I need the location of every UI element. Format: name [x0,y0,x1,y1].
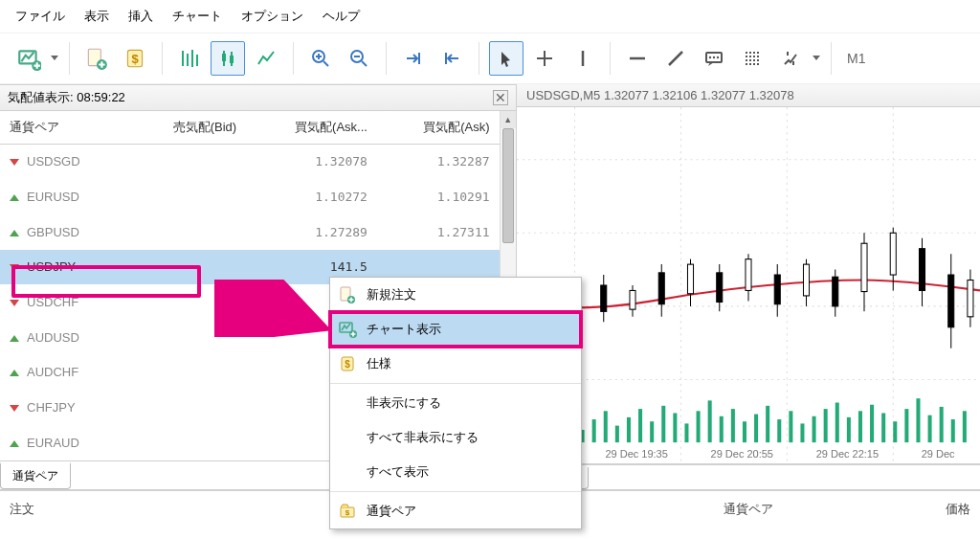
svg-rect-55 [968,281,973,317]
symbol-label: EURAUD [27,436,79,450]
svg-rect-45 [833,277,838,306]
fibo-icon [781,49,800,68]
chart-shift-button[interactable] [434,41,469,76]
ctx-symbols[interactable]: $ 通貨ペア [330,494,581,528]
menu-chart[interactable]: チャート [172,8,222,25]
svg-rect-93 [963,411,967,442]
arrow-up-icon [10,440,19,447]
arrow-down-icon [10,159,19,166]
market-watch-title: 気配値表示: 08:59:22 [8,89,125,106]
svg-rect-29 [601,285,607,311]
crosshair-button[interactable] [527,41,562,76]
ctx-hide-all[interactable]: すべて非表示にする [330,420,581,455]
ctx-label: すべて非表示にする [367,429,479,446]
bar-chart-button[interactable] [172,41,207,76]
price-cell: 1.32287 [377,145,500,180]
close-icon[interactable]: ✕ [493,90,508,105]
scroll-thumb[interactable] [502,128,514,243]
arrow-up-icon [10,194,19,201]
text-label-button[interactable] [697,41,731,76]
ctx-label: 新規注文 [367,286,416,303]
svg-rect-53 [948,275,954,327]
col-ask2[interactable]: 買気配(Ask) [377,111,500,145]
line-chart-icon [256,49,276,68]
svg-rect-67 [661,406,665,442]
ctx-specification[interactable]: $ 仕様 [330,347,581,381]
zoom-in-button[interactable] [303,41,338,76]
svg-point-13 [717,56,719,58]
menu-insert[interactable]: 挿入 [128,8,153,25]
svg-rect-76 [766,406,769,442]
spec-button[interactable]: $ [118,41,152,76]
dropdown-icon[interactable] [812,52,821,65]
timeframe-label[interactable]: M1 [847,51,865,66]
arrow-up-icon [10,230,19,236]
vline-button[interactable] [566,41,600,76]
arrow-up-icon [10,370,19,376]
tab-symbols[interactable]: 通貨ペア [0,462,71,489]
toolbar: $ M1 [0,34,980,84]
ctx-hide[interactable]: 非表示にする [330,386,581,420]
svg-rect-66 [650,421,654,442]
svg-rect-78 [789,411,792,442]
arrow-down-icon [10,405,19,412]
svg-rect-62 [604,411,608,442]
ctx-label: チャート表示 [367,321,441,338]
symbol-label: USDJPY [27,259,76,274]
zoom-out-button[interactable] [342,41,376,76]
ctx-separator [330,383,581,384]
arrow-down-icon [10,300,19,306]
col-ask1[interactable]: 買気配(Ask... [246,111,377,145]
menu-options[interactable]: オプション [241,8,303,25]
menu-view[interactable]: 表示 [84,8,109,25]
table-row[interactable]: GBPUSD1.272891.27311 [0,214,500,250]
price-cell [128,249,246,284]
candlestick-button[interactable] [211,41,245,76]
equidistant-button[interactable] [735,41,769,76]
price-cell [128,214,246,250]
svg-rect-71 [708,400,712,442]
dropdown-icon[interactable] [50,52,59,65]
auto-scroll-button[interactable] [396,41,431,76]
table-row[interactable]: USDSGD1.320781.32287 [0,145,500,180]
ctx-chart-window[interactable]: チャート表示 [330,312,581,347]
new-chart-button[interactable] [11,41,46,76]
trendline-button[interactable] [658,41,693,76]
svg-rect-31 [630,290,635,309]
menu-file[interactable]: ファイル [15,8,65,25]
fibo-button[interactable] [773,41,808,76]
col-symbol[interactable]: 通貨ペア [0,111,128,145]
symbol-label: EURUSD [27,190,79,204]
ctx-label: 通貨ペア [367,503,416,520]
zoom-in-icon [311,49,330,68]
cursor-button[interactable] [489,41,523,76]
svg-rect-75 [754,415,758,443]
table-row[interactable]: EURUSD1.102721.10291 [0,179,500,214]
col-bid[interactable]: 売気配(Bid) [128,111,246,145]
chart-title: USDSGD,M5 1.32077 1.32106 1.32077 1.3207… [517,84,980,107]
price-cell: 1.10272 [246,179,377,214]
chart-canvas[interactable]: 8:15 29 Dec 19:35 29 Dec 20:55 29 Dec 22… [517,107,980,464]
menu-help[interactable]: ヘルプ [323,8,360,25]
text-bubble-icon [704,49,724,68]
scroll-up-icon[interactable]: ▲ [501,111,516,128]
symbol-label: USDSGD [27,154,80,168]
hline-button[interactable] [620,41,655,76]
ctx-new-order[interactable]: 新規注文 [330,278,581,312]
svg-rect-65 [638,409,642,442]
line-chart-button[interactable] [249,41,283,76]
chart-svg [517,107,980,463]
svg-rect-81 [824,409,828,442]
new-order-button[interactable] [79,41,114,76]
svg-rect-51 [919,249,924,291]
price-cell: 1.27311 [377,214,500,250]
ctx-show-all[interactable]: すべて表示 [330,455,581,489]
ctx-separator [330,491,581,492]
vertical-line-icon [573,49,592,68]
chart-pane: USDSGD,M5 1.32077 1.32106 1.32077 1.3207… [517,84,980,528]
scroll-right-icon [404,49,423,68]
svg-rect-87 [893,421,897,442]
svg-rect-79 [800,423,804,442]
svg-rect-43 [803,264,809,296]
svg-point-12 [713,56,715,58]
